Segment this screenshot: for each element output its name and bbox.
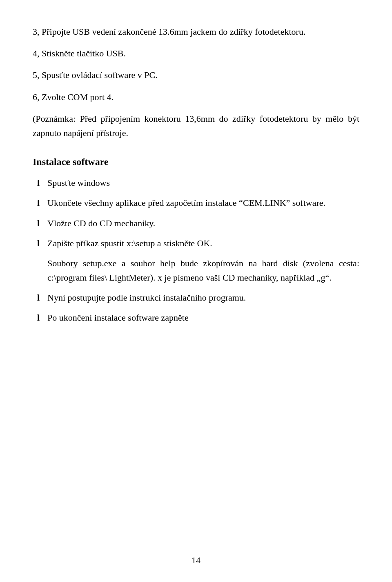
bullet-marker-1: l (33, 176, 44, 190)
bullet-marker-2: l (33, 196, 44, 210)
bullet-text-6: Po ukončení instalace software zapněte (47, 310, 359, 325)
item3-text: 3, Připojte USB vedení zakončené 13.6mm … (33, 25, 359, 39)
bullet-item-1: l Spusťte windows (33, 176, 359, 190)
bullet-text-3: Vložte CD do CD mechaniky. (47, 216, 359, 230)
page-number: 14 (192, 555, 200, 566)
bullet-item-2: l Ukončete všechny aplikace před započet… (33, 196, 359, 210)
bullet-text-2: Ukončete všechny aplikace před započetím… (47, 196, 359, 210)
bullet-list: l Spusťte windows l Ukončete všechny apl… (33, 176, 359, 250)
bullet-marker-5: l (33, 290, 44, 305)
note-text: (Poznámka: Před připojením konektoru 13,… (33, 111, 359, 140)
bullet-item-3: l Vložte CD do CD mechaniky. (33, 216, 359, 230)
bullet-text-4: Zapište příkaz spustit x:\setup a stiskn… (47, 236, 359, 250)
item4-text: 4, Stiskněte tlačítko USB. (33, 46, 359, 60)
bullet-item-5: l Nyní postupujte podle instrukcí instal… (33, 290, 359, 305)
item5-text: 5, Spusťte ovládací software v PC. (33, 68, 359, 82)
bullet-list-2: l Nyní postupujte podle instrukcí instal… (33, 290, 359, 325)
section-heading: Instalace software (33, 156, 359, 167)
page-container: 3, Připojte USB vedení zakončené 13.6mm … (0, 0, 392, 582)
bullet-marker-4: l (33, 236, 44, 250)
bullet-marker-3: l (33, 216, 44, 230)
bullet-text-1: Spusťte windows (47, 176, 359, 190)
bullet-text-5: Nyní postupujte podle instrukcí instalač… (47, 290, 359, 305)
bullet-item-6: l Po ukončení instalace software zapněte (33, 310, 359, 325)
item6-text: 6, Zvolte COM port 4. (33, 90, 359, 104)
bullet-item-4: l Zapište příkaz spustit x:\setup a stis… (33, 236, 359, 250)
sub-paragraph: Soubory setup.exe a soubor help bude zko… (47, 256, 359, 285)
bullet-marker-6: l (33, 310, 44, 325)
